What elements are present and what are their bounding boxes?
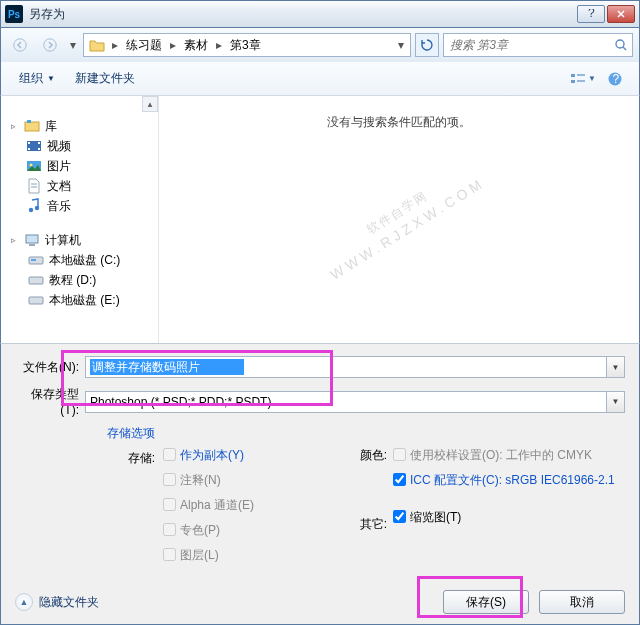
svg-rect-27 (29, 244, 35, 246)
chevron-down-icon: ▼ (588, 74, 596, 83)
filename-dropdown[interactable]: ▼ (607, 356, 625, 378)
breadcrumb[interactable]: ▸ 练习题 ▸ 素材 ▸ 第3章 ▾ (83, 33, 411, 57)
watermark: 软件自学网 WWW.RJZXW.COM (310, 147, 487, 282)
nav-forward-button[interactable] (37, 33, 63, 57)
help-button[interactable]: ? (577, 5, 605, 23)
svg-point-25 (35, 206, 39, 210)
help-icon[interactable]: ? (601, 67, 629, 91)
search-input[interactable] (444, 34, 610, 56)
computer-icon (23, 232, 41, 248)
drive-icon (27, 272, 45, 288)
close-button[interactable] (607, 5, 635, 23)
scroll-up-icon[interactable]: ▲ (142, 96, 158, 112)
svg-rect-30 (29, 277, 43, 284)
nav-bar: ▾ ▸ 练习题 ▸ 素材 ▸ 第3章 ▾ (0, 28, 640, 62)
svg-rect-8 (571, 80, 575, 83)
svg-rect-29 (31, 259, 36, 261)
window-title: 另存为 (29, 6, 575, 23)
tree-library[interactable]: ▹ 库 (5, 116, 158, 136)
svg-rect-19 (38, 148, 40, 150)
nav-back-button[interactable] (7, 33, 33, 57)
hide-folders-toggle[interactable]: ▲ 隐藏文件夹 (15, 593, 99, 611)
nav-history-dropdown[interactable]: ▾ (67, 38, 79, 52)
drive-icon (27, 252, 45, 268)
filename-label: 文件名(N): (15, 359, 79, 376)
color-label: 颜色: (360, 447, 387, 464)
svg-rect-17 (28, 148, 30, 150)
tree-documents[interactable]: 文档 (5, 176, 158, 196)
app-icon: Ps (5, 5, 23, 23)
chevron-down-icon: ▼ (47, 74, 55, 83)
save-options-panel: 文件名(N): ▼ 保存类型(T): Photoshop (*.PSD;*.PD… (0, 344, 640, 625)
tree-music[interactable]: 音乐 (5, 196, 158, 216)
as-copy-checkbox[interactable]: 作为副本(Y) (163, 447, 323, 464)
main-area: ▲ ▹ 库 视频 图片 文档 音乐 ▹ 计算机 (0, 96, 640, 344)
music-icon (25, 198, 43, 214)
search-icon[interactable] (610, 38, 632, 52)
svg-point-5 (616, 40, 624, 48)
notes-checkbox: 注释(N) (163, 472, 323, 489)
tree-pictures[interactable]: 图片 (5, 156, 158, 176)
search-box[interactable] (443, 33, 633, 57)
library-icon (23, 118, 41, 134)
save-options: 存储选项 存储: 作为副本(Y) 注释(N) Alpha 通道(E) 专色(P)… (15, 425, 625, 564)
filetype-label: 保存类型(T): (15, 386, 79, 417)
tree-computer[interactable]: ▹ 计算机 (5, 230, 158, 250)
view-mode-button[interactable]: ▼ (569, 67, 597, 91)
alpha-checkbox: Alpha 通道(E) (163, 497, 323, 514)
save-button[interactable]: 保存(S) (443, 590, 529, 614)
filename-input[interactable] (90, 359, 244, 375)
refresh-button[interactable] (415, 33, 439, 57)
thumbnail-checkbox[interactable]: 缩览图(T) (393, 509, 625, 526)
folder-icon (88, 37, 106, 53)
chevron-right-icon: ▸ (168, 38, 178, 52)
filename-input-wrap[interactable] (85, 356, 607, 378)
svg-line-6 (623, 47, 626, 50)
svg-point-3 (14, 39, 26, 51)
expand-icon[interactable]: ▹ (7, 121, 19, 131)
svg-text:?: ? (613, 72, 620, 86)
dialog-footer: ▲ 隐藏文件夹 保存(S) 取消 (15, 590, 625, 614)
documents-icon (25, 178, 43, 194)
tree-disk-c[interactable]: 本地磁盘 (C:) (5, 250, 158, 270)
tree-videos[interactable]: 视频 (5, 136, 158, 156)
svg-rect-16 (28, 142, 30, 144)
filetype-select[interactable]: Photoshop (*.PSD;*.PDD;*.PSDT) (85, 391, 607, 413)
organize-button[interactable]: 组织▼ (11, 66, 63, 91)
icc-profile-checkbox[interactable]: ICC 配置文件(C): sRGB IEC61966-2.1 (393, 472, 625, 489)
breadcrumb-dropdown[interactable]: ▾ (394, 38, 408, 52)
store-options-link[interactable]: 存储选项 (107, 425, 155, 442)
svg-rect-13 (25, 122, 39, 131)
breadcrumb-item[interactable]: 第3章 (226, 37, 265, 54)
svg-text:?: ? (588, 9, 595, 19)
svg-rect-31 (29, 297, 43, 304)
new-folder-label: 新建文件夹 (75, 70, 135, 87)
use-proof-checkbox: 使用校样设置(O): 工作中的 CMYK (393, 447, 625, 464)
pictures-icon (25, 158, 43, 174)
expand-icon[interactable]: ▹ (7, 235, 19, 245)
svg-rect-18 (38, 142, 40, 144)
breadcrumb-item[interactable]: 素材 (180, 37, 212, 54)
svg-rect-26 (26, 235, 38, 243)
svg-rect-14 (27, 120, 31, 123)
file-list[interactable]: 没有与搜索条件匹配的项。 软件自学网 WWW.RJZXW.COM (159, 96, 639, 343)
organize-label: 组织 (19, 70, 43, 87)
svg-point-24 (29, 208, 33, 212)
folder-tree[interactable]: ▲ ▹ 库 视频 图片 文档 音乐 ▹ 计算机 (1, 96, 159, 343)
cancel-button[interactable]: 取消 (539, 590, 625, 614)
breadcrumb-item[interactable]: 练习题 (122, 37, 166, 54)
other-label: 其它: (360, 516, 387, 533)
tree-disk-d[interactable]: 教程 (D:) (5, 270, 158, 290)
svg-rect-7 (571, 74, 575, 77)
chevron-up-icon: ▲ (15, 593, 33, 611)
tree-disk-e[interactable]: 本地磁盘 (E:) (5, 290, 158, 310)
chevron-right-icon: ▸ (214, 38, 224, 52)
store-label: 存储: (128, 450, 155, 467)
filetype-row: 保存类型(T): Photoshop (*.PSD;*.PDD;*.PSDT) … (15, 386, 625, 417)
empty-message: 没有与搜索条件匹配的项。 (169, 114, 629, 131)
chevron-right-icon: ▸ (110, 38, 120, 52)
filename-row: 文件名(N): ▼ (15, 356, 625, 378)
title-bar: Ps 另存为 ? (0, 0, 640, 28)
new-folder-button[interactable]: 新建文件夹 (67, 66, 143, 91)
filetype-dropdown[interactable]: ▼ (607, 391, 625, 413)
